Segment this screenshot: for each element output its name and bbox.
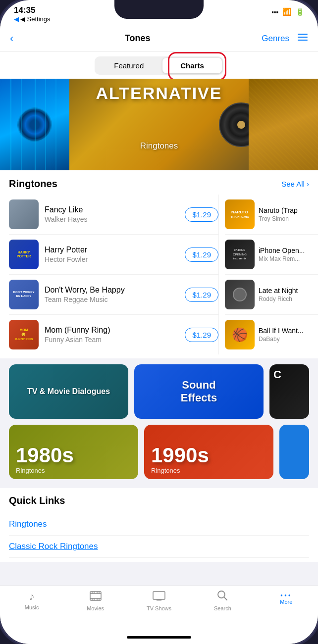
fancy-art-inner xyxy=(9,199,39,229)
music-tab-label: Music xyxy=(25,604,39,610)
battery-icon: 🔋 xyxy=(296,8,304,16)
decade-1980s-card[interactable]: 1980s Ringtones xyxy=(9,425,138,479)
naruto-info: Naruto (Trap Troy Simon xyxy=(259,206,318,222)
mom-info: Mom (Funny Ring) Funny Asian Team xyxy=(45,326,179,344)
tab-music[interactable]: ♪ Music xyxy=(0,590,63,610)
tab-tv-shows[interactable]: TV Shows xyxy=(127,590,191,611)
decade-blue-card[interactable] xyxy=(279,425,309,479)
laser-4 xyxy=(45,79,46,170)
table-row[interactable]: iPHONEOPENINGtrap remix iPhone Open... M… xyxy=(225,235,318,275)
iphone-album-art: iPHONEOPENINGtrap remix xyxy=(225,240,255,269)
quick-links-section: Quick Links Ringtones Classic Rock Ringt… xyxy=(0,488,318,562)
fancy-artist: Walker Hayes xyxy=(45,215,179,223)
segment-control: Featured Charts xyxy=(95,56,223,75)
laser-1 xyxy=(10,79,11,170)
hero-right-panel xyxy=(249,79,318,170)
status-icons: ▪▪▪ 📶 🔋 xyxy=(271,6,304,16)
ringtones-section-title: Ringtones xyxy=(9,178,57,190)
iphone-artist: Mix Max Rem... xyxy=(259,255,318,262)
phone-frame: 14:35 ◀ ◀ Settings ▪▪▪ 📶 🔋 ‹ Tones Genre… xyxy=(0,0,318,644)
search-tab-icon xyxy=(217,590,228,604)
nav-bar: ‹ Tones Genres xyxy=(0,26,318,51)
worry-album-art: DON'T WORRYBE HAPPY xyxy=(9,280,39,309)
table-row[interactable]: Fancy Like Walker Hayes $1.29 xyxy=(9,195,218,235)
back-arrow-icon: ◀ xyxy=(14,15,19,23)
movies-tab-label: Movies xyxy=(87,605,104,611)
decade-1990s-label: Ringtones xyxy=(151,467,180,474)
notch xyxy=(114,0,204,19)
status-settings: ◀ ◀ Settings xyxy=(14,15,51,23)
late-artist: Roddy Ricch xyxy=(259,296,318,302)
mom-price-button[interactable]: $1.29 xyxy=(185,328,218,342)
tv-movie-card[interactable]: TV & Movie Dialogues xyxy=(9,364,128,419)
decade-1980s-label: Ringtones xyxy=(16,467,45,474)
laser-2 xyxy=(21,79,22,170)
laser-5 xyxy=(55,79,56,170)
harry-album-art: HARRYPOTTER xyxy=(9,240,39,269)
tv-movie-label: TV & Movie Dialogues xyxy=(23,383,114,400)
home-indicator xyxy=(0,630,318,644)
hero-subtitle-container: Ringtones xyxy=(140,138,178,151)
search-tab-label: Search xyxy=(214,605,231,611)
hero-center-panel: ALTERNATIVE Ringtones xyxy=(69,79,249,170)
hero-text: ALTERNATIVE xyxy=(96,84,222,103)
decade-1990s-card[interactable]: 1990s Ringtones xyxy=(144,425,273,479)
table-row[interactable]: Late at Night Roddy Ricch xyxy=(225,275,318,315)
quick-link-ringtones[interactable]: Ringtones xyxy=(9,513,309,536)
hero-right-texture xyxy=(249,79,318,170)
fancy-info: Fancy Like Walker Hayes xyxy=(45,205,179,223)
more-tab-icon: ●●● xyxy=(280,590,292,597)
tv-tab-label: TV Shows xyxy=(147,605,171,611)
fancy-price-button[interactable]: $1.29 xyxy=(185,207,218,222)
ringtones-two-col: Fancy Like Walker Hayes $1.29 HARRYPOTTE… xyxy=(0,195,318,358)
hero-text-container: ALTERNATIVE xyxy=(74,84,244,103)
settings-label: ◀ Settings xyxy=(20,15,51,23)
iphone-info: iPhone Open... Mix Max Rem... xyxy=(259,247,318,262)
hero-left-panel xyxy=(0,79,69,170)
worry-artist: Team Reggae Music xyxy=(45,296,179,303)
more-tab-label: More xyxy=(280,599,292,605)
status-left: 14:35 ◀ ◀ Settings xyxy=(14,6,51,23)
tab-bar: ♪ Music xyxy=(0,586,318,630)
tab-more[interactable]: ●●● More xyxy=(255,590,318,605)
fancy-name: Fancy Like xyxy=(45,205,179,214)
segment-container: Featured Charts xyxy=(0,51,318,79)
hero-bg: ALTERNATIVE Ringtones xyxy=(0,79,318,170)
partial-card[interactable]: C xyxy=(269,364,309,419)
back-button[interactable]: ‹ xyxy=(10,32,13,45)
featured-tab[interactable]: Featured xyxy=(96,58,161,73)
table-row[interactable]: MOM😊FUNNY RING Mom (Funny Ring) Funny As… xyxy=(9,315,218,354)
ball-art-emoji: 🏀 xyxy=(232,327,248,343)
table-row[interactable]: 🏀 Ball If I Want... DaBaby xyxy=(225,315,318,354)
ringtone-right-col: NARUTOTRAP REMIX Naruto (Trap Troy Simon… xyxy=(219,195,318,354)
table-row[interactable]: NARUTOTRAP REMIX Naruto (Trap Troy Simon xyxy=(225,195,318,235)
harry-info: Harry Potter Hector Fowler xyxy=(45,246,179,263)
see-all-button[interactable]: See All › xyxy=(281,180,309,188)
tv-tab-icon xyxy=(153,590,165,604)
sound-effects-card[interactable]: SoundEffects xyxy=(134,364,264,419)
ball-info: Ball If I Want... DaBaby xyxy=(259,327,318,343)
svg-rect-14 xyxy=(153,592,165,599)
classic-rock-link-label: Classic Rock Ringtones xyxy=(9,542,98,551)
naruto-album-art: NARUTOTRAP REMIX xyxy=(225,199,255,229)
ball-artist: DaBaby xyxy=(259,336,318,343)
table-row[interactable]: HARRYPOTTER Harry Potter Hector Fowler $… xyxy=(9,235,218,275)
harry-price-button[interactable]: $1.29 xyxy=(185,248,218,262)
naruto-art-text: NARUTOTRAP REMIX xyxy=(231,210,249,219)
tab-movies[interactable]: Movies xyxy=(63,590,127,611)
list-icon[interactable] xyxy=(297,33,308,44)
worry-price-button[interactable]: $1.29 xyxy=(185,288,218,302)
genres-button[interactable]: Genres xyxy=(262,34,289,44)
movies-tab-icon xyxy=(90,590,102,604)
worry-info: Don't Worry, Be Happy Team Reggae Music xyxy=(45,286,179,303)
content-scroll[interactable]: ALTERNATIVE Ringtones xyxy=(0,79,318,586)
ball-album-art: 🏀 xyxy=(225,320,255,349)
decade-1980s-number: 1980s xyxy=(16,445,74,466)
charts-tab[interactable]: Charts xyxy=(162,58,222,73)
tab-search[interactable]: Search xyxy=(191,590,254,611)
nav-right: Genres xyxy=(262,33,308,44)
quick-link-classic-rock[interactable]: Classic Rock Ringtones xyxy=(9,536,309,558)
late-info: Late at Night Roddy Ricch xyxy=(259,287,318,302)
naruto-name: Naruto (Trap xyxy=(259,206,318,214)
table-row[interactable]: DON'T WORRYBE HAPPY Don't Worry, Be Happ… xyxy=(9,275,218,315)
